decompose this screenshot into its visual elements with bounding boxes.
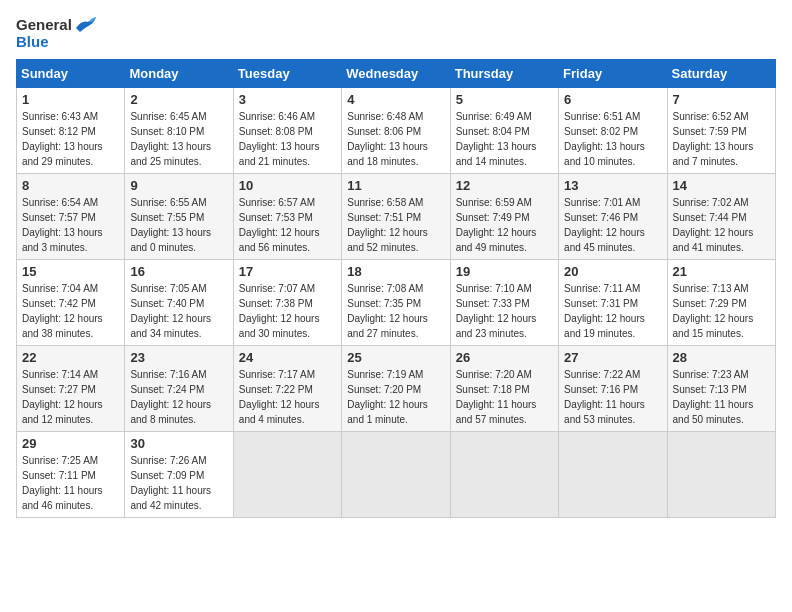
weekday-header-saturday: Saturday (667, 59, 775, 87)
day-number: 19 (456, 264, 553, 279)
table-row: 13Sunrise: 7:01 AMSunset: 7:46 PMDayligh… (559, 173, 667, 259)
day-info: Sunrise: 6:46 AMSunset: 8:08 PMDaylight:… (239, 109, 336, 169)
day-number: 6 (564, 92, 661, 107)
table-row: 9Sunrise: 6:55 AMSunset: 7:55 PMDaylight… (125, 173, 233, 259)
weekday-header-thursday: Thursday (450, 59, 558, 87)
day-info: Sunrise: 6:52 AMSunset: 7:59 PMDaylight:… (673, 109, 770, 169)
logo-general: General (16, 17, 72, 34)
day-info: Sunrise: 6:43 AMSunset: 8:12 PMDaylight:… (22, 109, 119, 169)
weekday-header-sunday: Sunday (17, 59, 125, 87)
table-row: 30Sunrise: 7:26 AMSunset: 7:09 PMDayligh… (125, 431, 233, 517)
day-number: 11 (347, 178, 444, 193)
day-info: Sunrise: 7:25 AMSunset: 7:11 PMDaylight:… (22, 453, 119, 513)
table-row: 22Sunrise: 7:14 AMSunset: 7:27 PMDayligh… (17, 345, 125, 431)
logo: General Blue (16, 16, 96, 51)
day-info: Sunrise: 7:07 AMSunset: 7:38 PMDaylight:… (239, 281, 336, 341)
weekday-header-tuesday: Tuesday (233, 59, 341, 87)
day-info: Sunrise: 7:19 AMSunset: 7:20 PMDaylight:… (347, 367, 444, 427)
calendar-table: SundayMondayTuesdayWednesdayThursdayFrid… (16, 59, 776, 518)
day-number: 10 (239, 178, 336, 193)
day-info: Sunrise: 6:59 AMSunset: 7:49 PMDaylight:… (456, 195, 553, 255)
day-info: Sunrise: 6:45 AMSunset: 8:10 PMDaylight:… (130, 109, 227, 169)
day-number: 8 (22, 178, 119, 193)
table-row: 12Sunrise: 6:59 AMSunset: 7:49 PMDayligh… (450, 173, 558, 259)
header: General Blue (16, 16, 776, 51)
table-row: 17Sunrise: 7:07 AMSunset: 7:38 PMDayligh… (233, 259, 341, 345)
table-row: 3Sunrise: 6:46 AMSunset: 8:08 PMDaylight… (233, 87, 341, 173)
day-info: Sunrise: 7:10 AMSunset: 7:33 PMDaylight:… (456, 281, 553, 341)
table-row (233, 431, 341, 517)
logo-bird-icon (74, 16, 96, 34)
day-info: Sunrise: 7:11 AMSunset: 7:31 PMDaylight:… (564, 281, 661, 341)
day-number: 20 (564, 264, 661, 279)
day-number: 18 (347, 264, 444, 279)
day-number: 21 (673, 264, 770, 279)
table-row: 27Sunrise: 7:22 AMSunset: 7:16 PMDayligh… (559, 345, 667, 431)
table-row: 11Sunrise: 6:58 AMSunset: 7:51 PMDayligh… (342, 173, 450, 259)
table-row: 14Sunrise: 7:02 AMSunset: 7:44 PMDayligh… (667, 173, 775, 259)
table-row: 26Sunrise: 7:20 AMSunset: 7:18 PMDayligh… (450, 345, 558, 431)
day-number: 3 (239, 92, 336, 107)
day-number: 24 (239, 350, 336, 365)
day-info: Sunrise: 6:54 AMSunset: 7:57 PMDaylight:… (22, 195, 119, 255)
table-row (450, 431, 558, 517)
weekday-header-friday: Friday (559, 59, 667, 87)
day-info: Sunrise: 7:26 AMSunset: 7:09 PMDaylight:… (130, 453, 227, 513)
table-row (559, 431, 667, 517)
logo-blue: Blue (16, 34, 49, 51)
day-number: 12 (456, 178, 553, 193)
table-row: 18Sunrise: 7:08 AMSunset: 7:35 PMDayligh… (342, 259, 450, 345)
table-row: 16Sunrise: 7:05 AMSunset: 7:40 PMDayligh… (125, 259, 233, 345)
day-info: Sunrise: 7:05 AMSunset: 7:40 PMDaylight:… (130, 281, 227, 341)
weekday-header-wednesday: Wednesday (342, 59, 450, 87)
day-info: Sunrise: 6:49 AMSunset: 8:04 PMDaylight:… (456, 109, 553, 169)
day-info: Sunrise: 6:55 AMSunset: 7:55 PMDaylight:… (130, 195, 227, 255)
day-info: Sunrise: 7:08 AMSunset: 7:35 PMDaylight:… (347, 281, 444, 341)
day-info: Sunrise: 6:51 AMSunset: 8:02 PMDaylight:… (564, 109, 661, 169)
table-row: 4Sunrise: 6:48 AMSunset: 8:06 PMDaylight… (342, 87, 450, 173)
table-row: 29Sunrise: 7:25 AMSunset: 7:11 PMDayligh… (17, 431, 125, 517)
table-row: 5Sunrise: 6:49 AMSunset: 8:04 PMDaylight… (450, 87, 558, 173)
table-row: 21Sunrise: 7:13 AMSunset: 7:29 PMDayligh… (667, 259, 775, 345)
table-row: 25Sunrise: 7:19 AMSunset: 7:20 PMDayligh… (342, 345, 450, 431)
weekday-header-monday: Monday (125, 59, 233, 87)
table-row (667, 431, 775, 517)
table-row: 23Sunrise: 7:16 AMSunset: 7:24 PMDayligh… (125, 345, 233, 431)
table-row: 1Sunrise: 6:43 AMSunset: 8:12 PMDaylight… (17, 87, 125, 173)
day-info: Sunrise: 7:04 AMSunset: 7:42 PMDaylight:… (22, 281, 119, 341)
table-row: 8Sunrise: 6:54 AMSunset: 7:57 PMDaylight… (17, 173, 125, 259)
day-number: 9 (130, 178, 227, 193)
day-number: 5 (456, 92, 553, 107)
table-row (342, 431, 450, 517)
table-row: 24Sunrise: 7:17 AMSunset: 7:22 PMDayligh… (233, 345, 341, 431)
day-info: Sunrise: 7:20 AMSunset: 7:18 PMDaylight:… (456, 367, 553, 427)
day-number: 17 (239, 264, 336, 279)
day-number: 16 (130, 264, 227, 279)
day-number: 7 (673, 92, 770, 107)
day-info: Sunrise: 7:01 AMSunset: 7:46 PMDaylight:… (564, 195, 661, 255)
day-info: Sunrise: 7:13 AMSunset: 7:29 PMDaylight:… (673, 281, 770, 341)
day-number: 29 (22, 436, 119, 451)
day-number: 14 (673, 178, 770, 193)
day-number: 30 (130, 436, 227, 451)
day-info: Sunrise: 7:02 AMSunset: 7:44 PMDaylight:… (673, 195, 770, 255)
table-row: 2Sunrise: 6:45 AMSunset: 8:10 PMDaylight… (125, 87, 233, 173)
day-number: 2 (130, 92, 227, 107)
table-row: 10Sunrise: 6:57 AMSunset: 7:53 PMDayligh… (233, 173, 341, 259)
day-info: Sunrise: 7:22 AMSunset: 7:16 PMDaylight:… (564, 367, 661, 427)
table-row: 19Sunrise: 7:10 AMSunset: 7:33 PMDayligh… (450, 259, 558, 345)
day-info: Sunrise: 6:58 AMSunset: 7:51 PMDaylight:… (347, 195, 444, 255)
day-info: Sunrise: 6:48 AMSunset: 8:06 PMDaylight:… (347, 109, 444, 169)
day-number: 26 (456, 350, 553, 365)
table-row: 6Sunrise: 6:51 AMSunset: 8:02 PMDaylight… (559, 87, 667, 173)
day-info: Sunrise: 6:57 AMSunset: 7:53 PMDaylight:… (239, 195, 336, 255)
day-info: Sunrise: 7:14 AMSunset: 7:27 PMDaylight:… (22, 367, 119, 427)
table-row: 15Sunrise: 7:04 AMSunset: 7:42 PMDayligh… (17, 259, 125, 345)
day-number: 15 (22, 264, 119, 279)
day-info: Sunrise: 7:23 AMSunset: 7:13 PMDaylight:… (673, 367, 770, 427)
day-number: 23 (130, 350, 227, 365)
day-number: 25 (347, 350, 444, 365)
day-info: Sunrise: 7:17 AMSunset: 7:22 PMDaylight:… (239, 367, 336, 427)
table-row: 20Sunrise: 7:11 AMSunset: 7:31 PMDayligh… (559, 259, 667, 345)
day-info: Sunrise: 7:16 AMSunset: 7:24 PMDaylight:… (130, 367, 227, 427)
